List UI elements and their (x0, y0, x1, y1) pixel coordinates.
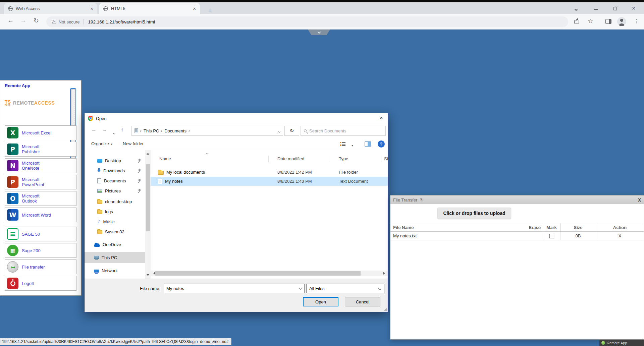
new-folder-button[interactable]: New folder (123, 141, 144, 146)
scroll-down-arrow[interactable] (147, 274, 149, 277)
search-box[interactable] (301, 126, 386, 136)
dialog-nav-bar: This PC Documents (85, 123, 388, 138)
tab-html5[interactable]: HTML5 (99, 3, 200, 14)
dialog-close-icon[interactable] (380, 115, 383, 121)
tab-web-access[interactable]: Web Access (4, 3, 97, 14)
file-row-my-local-documents[interactable]: My local documents 8/8/2022 1:42 PM File… (151, 168, 388, 177)
tab-search-chevron-icon[interactable] (575, 6, 577, 12)
tree-item-onedrive[interactable]: OneDrive (85, 239, 145, 249)
tree-item-clean-desktop[interactable]: clean desktop (85, 196, 145, 207)
tree-item-network[interactable]: Network (85, 266, 145, 276)
back-button[interactable] (7, 17, 14, 24)
dialog-command-bar: Organize New folder (85, 138, 388, 150)
preview-pane-icon[interactable] (365, 141, 371, 147)
remote-app-taskbar-badge[interactable]: Remote App (599, 340, 644, 346)
nav-history-chevron-icon[interactable] (113, 129, 115, 135)
app-item-publisher[interactable]: P Microsoft Publisher (5, 142, 76, 157)
tree-item-this-pc[interactable]: This PC (85, 252, 145, 263)
not-secure-warning-icon[interactable] (52, 19, 56, 24)
logo-remote: REMOTE (13, 100, 34, 106)
column-header-size[interactable]: Size (381, 156, 388, 162)
folder-icon (158, 171, 164, 175)
nav-back-icon[interactable] (91, 127, 97, 133)
app-item-powerpoint[interactable]: P Microsoft PowerPoint (5, 175, 76, 189)
scroll-right-arrow[interactable] (383, 272, 386, 275)
breadcrumb-documents[interactable]: Documents (164, 128, 186, 133)
browser-menu-icon[interactable] (634, 18, 639, 24)
app-item-file-transfer[interactable]: ▸◂ File transfer (5, 260, 76, 274)
app-label: Microsoft OneNote (22, 161, 55, 171)
tree-item-logs[interactable]: logs (85, 207, 145, 217)
file-list-horizontal-scrollbar[interactable] (151, 271, 388, 276)
tree-item-documents[interactable]: Documents (85, 176, 145, 186)
window-close-button[interactable] (632, 5, 636, 12)
tree-item-downloads[interactable]: Downloads (85, 166, 145, 176)
file-name-combobox[interactable] (164, 284, 305, 293)
address-url[interactable]: 192.168.1.21/software/html5.html (88, 19, 155, 24)
tree-vertical-scrollbar[interactable] (145, 150, 151, 279)
column-header-type[interactable]: Type (330, 156, 381, 162)
app-item-excel[interactable]: X Microsoft Excel (5, 125, 76, 140)
nav-up-icon[interactable] (121, 127, 123, 133)
file-type: Text Document (330, 179, 381, 184)
chevron-down-icon (378, 287, 381, 290)
profile-avatar[interactable] (617, 17, 626, 26)
address-bar[interactable]: Not secure 192.168.1.21/software/html5.h… (46, 16, 568, 27)
help-icon[interactable] (378, 140, 385, 148)
bookmark-star-icon[interactable] (588, 17, 593, 24)
breadcrumb[interactable]: This PC Documents (131, 126, 283, 136)
transfer-file-link[interactable]: My notes.txt (393, 233, 417, 238)
breadcrumb-dropdown-chevron[interactable] (278, 128, 280, 133)
view-dropdown-chevron-icon[interactable] (352, 142, 353, 148)
remote-toolbar-pull-handle[interactable] (308, 30, 330, 35)
chevron-down-icon[interactable] (299, 287, 302, 289)
tab-close-icon[interactable] (90, 6, 93, 11)
resize-grip[interactable] (384, 308, 387, 311)
file-transfer-header[interactable]: File Transfer X (390, 195, 644, 204)
upload-dropzone-button[interactable]: Click or drop files to upload (437, 208, 511, 219)
window-minimize-button[interactable] (594, 9, 598, 10)
app-item-logoff[interactable]: Logoff (5, 276, 76, 291)
file-row-my-notes[interactable]: My notes 8/8/2022 1:43 PM Text Document (151, 177, 388, 186)
tree-item-pictures[interactable]: Pictures (85, 186, 145, 196)
side-panel-icon[interactable] (605, 19, 611, 24)
dialog-title-bar[interactable]: Open (85, 113, 388, 123)
tree-item-music[interactable]: Music (85, 217, 145, 227)
search-input[interactable] (309, 128, 382, 133)
view-details-icon[interactable] (340, 142, 345, 146)
app-label: Logoff (22, 281, 55, 286)
app-item-sage200[interactable]: ▦ Sage 200 (5, 243, 76, 258)
breadcrumb-this-pc[interactable]: This PC (144, 128, 159, 133)
cancel-button[interactable]: Cancel (345, 297, 380, 306)
delete-action-button[interactable]: X (596, 232, 644, 240)
tree-item-system32[interactable]: System32 (85, 227, 145, 237)
app-item-onenote[interactable]: N Microsoft OneNote (5, 158, 76, 173)
app-item-word[interactable]: W Microsoft Word (5, 208, 76, 222)
app-item-sage50[interactable]: ≡ SAGE 50 (5, 227, 76, 241)
reload-button[interactable] (34, 17, 39, 24)
column-header-name[interactable]: Name (151, 156, 269, 162)
tree-item-desktop[interactable]: Desktop (85, 156, 145, 166)
scroll-left-arrow[interactable] (152, 272, 155, 275)
organize-button[interactable]: Organize (91, 141, 112, 146)
nav-forward-icon[interactable] (102, 127, 107, 133)
file-transfer-close-button[interactable]: X (638, 197, 641, 203)
app-item-outlook[interactable]: O Microsoft Outlook (5, 191, 76, 206)
mark-checkbox[interactable] (549, 234, 554, 238)
tab-close-icon[interactable] (193, 6, 196, 11)
security-label[interactable]: Not secure (59, 19, 80, 24)
scrollbar-thumb[interactable] (146, 164, 150, 231)
share-icon[interactable] (574, 20, 579, 23)
window-restore-button[interactable] (613, 7, 617, 10)
scrollbar-thumb[interactable] (155, 271, 361, 276)
refresh-icon[interactable] (420, 197, 424, 203)
open-button[interactable]: Open (303, 297, 338, 306)
dialog-main-area: Desktop Downloads Documents Pictures cle (85, 150, 388, 279)
column-header-date-modified[interactable]: Date modified (269, 156, 330, 162)
scroll-up-arrow[interactable] (147, 152, 149, 155)
file-name-input[interactable] (164, 286, 300, 291)
tree-label: OneDrive (103, 242, 121, 247)
file-type-select[interactable]: All Files (306, 284, 384, 293)
file-transfer-title: File Transfer (393, 197, 417, 203)
refresh-button[interactable] (284, 126, 299, 136)
